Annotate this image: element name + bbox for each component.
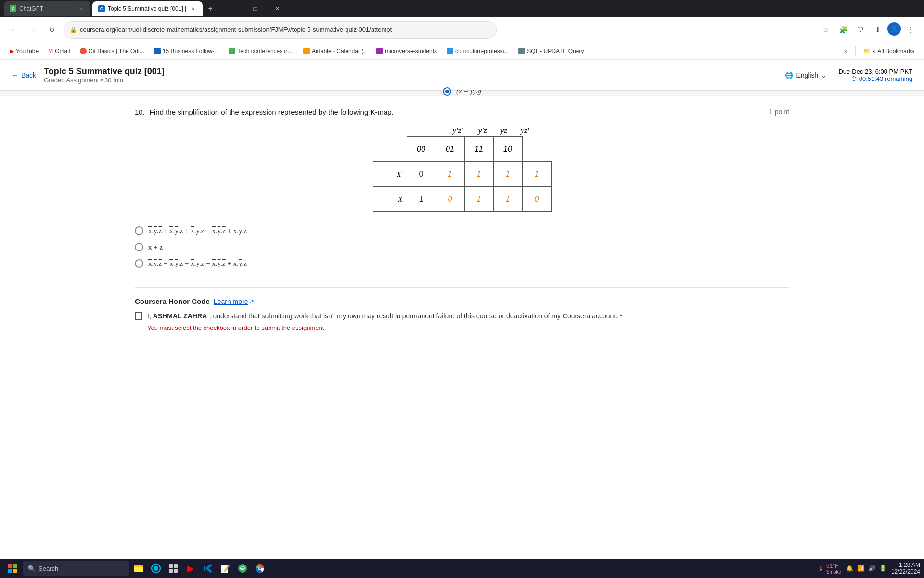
extensions-button[interactable]: 🧩: [835, 22, 851, 38]
all-bookmarks-button[interactable]: 📁 » All Bookmarks: [860, 46, 918, 56]
answer-option-1[interactable]: x.y.z + x.y.z + x.y.z + x.y.z + x.y.z: [135, 226, 789, 235]
bookmark-git[interactable]: Git Basics | The Odi...: [76, 46, 148, 56]
due-info: Due Dec 23, 6:00 PM PKT ⏱ 00:51:43 remai…: [838, 68, 912, 82]
weather-info: 🌡 51°F Smoke: [818, 563, 841, 575]
validation-message: You must select the checkbox in order to…: [147, 324, 789, 331]
quiz-title-area: Topic 5 Summative quiz [001] Graded Assi…: [44, 66, 165, 84]
taskbar-wifi[interactable]: 📶: [856, 565, 865, 572]
kmap-col-label-3: yz': [521, 126, 529, 135]
refresh-button[interactable]: ↻: [44, 22, 60, 38]
tab-chatgpt-close[interactable]: ✕: [77, 5, 85, 13]
svg-rect-1: [13, 564, 17, 568]
option1-y4: y: [218, 227, 221, 235]
forward-button[interactable]: →: [25, 22, 40, 38]
svg-point-8: [154, 566, 158, 571]
taskbar-youtube-icon[interactable]: ▶: [183, 561, 198, 576]
question-points: 1 point: [769, 108, 789, 116]
honor-code-required: *: [620, 312, 622, 320]
svg-rect-12: [174, 569, 178, 573]
download-button[interactable]: ⬇: [870, 22, 886, 38]
kmap-col-label-1: y'z: [478, 126, 487, 135]
start-button[interactable]: [4, 561, 21, 576]
new-tab-button[interactable]: +: [205, 3, 216, 14]
bottom-spacer: [135, 331, 789, 360]
minimize-button[interactable]: ─: [222, 0, 244, 17]
taskbar-vscode[interactable]: [200, 561, 216, 576]
taskbar-search-bar[interactable]: 🔍 Search: [23, 561, 129, 576]
weather-icon: 🌡: [818, 565, 824, 572]
kmap-col-11: 11: [464, 137, 493, 162]
maximize-button[interactable]: □: [244, 0, 266, 17]
bookmark-youtube[interactable]: ▶ YouTube: [6, 46, 42, 56]
option-2-formula: x + z: [148, 243, 163, 251]
star-button[interactable]: ☆: [818, 22, 834, 38]
option3-x4: x: [212, 260, 216, 267]
taskbar-file-explorer[interactable]: [131, 561, 146, 576]
option1-z4: z: [222, 227, 226, 235]
bookmark-microverse[interactable]: microverse-students: [372, 46, 441, 56]
tab-chatgpt-title: ChatGPT: [19, 5, 74, 12]
taskbar-notifications[interactable]: 🔔: [845, 565, 854, 572]
bookmark-gmail[interactable]: M Gmail: [44, 46, 74, 56]
learn-more-link[interactable]: Learn more ↗: [214, 298, 255, 305]
bookmark-tech[interactable]: Tech conferences in...: [225, 46, 297, 56]
option1-y1: y: [154, 227, 157, 235]
tab-coursera-close[interactable]: ✕: [189, 5, 197, 13]
svg-rect-0: [8, 564, 12, 568]
weather-temp: 51°F: [826, 563, 841, 569]
main-content: 10. Find the simplification of the expre…: [0, 96, 924, 555]
bookmark-sql[interactable]: SQL - UPDATE Query: [514, 46, 588, 56]
radio-top[interactable]: [443, 87, 451, 96]
svg-marker-13: [205, 564, 212, 573]
taskbar-right: 🌡 51°F Smoke 🔔 📶 🔊 🔋 1:28 AM 12/22/2024: [818, 562, 920, 575]
kmap-cell-xp-10: 1: [493, 162, 522, 187]
option1-x2: x: [169, 227, 173, 235]
shield-icon[interactable]: 🛡: [853, 22, 868, 38]
back-button[interactable]: ←: [6, 22, 21, 38]
taskbar-notes[interactable]: 📝: [218, 561, 233, 576]
kmap-col-label-2: yz: [500, 126, 507, 135]
taskbar-chrome[interactable]: [252, 561, 268, 576]
radio-1[interactable]: [135, 226, 143, 235]
language-selector[interactable]: 🌐 English ⌄: [785, 71, 827, 79]
taskbar-date: 12/22/2024: [891, 568, 920, 575]
svg-rect-9: [169, 564, 173, 568]
taskbar-volume[interactable]: 🔊: [867, 565, 876, 572]
honor-code-username: ASHMAL ZAHRA: [153, 312, 207, 320]
answer-option-2[interactable]: x + z: [135, 243, 789, 251]
kmap-cell-x-extra: 0: [522, 187, 551, 212]
radio-2[interactable]: [135, 243, 143, 251]
close-button[interactable]: ✕: [266, 0, 288, 17]
honor-code-checkbox-row: I, ASHMAL ZAHRA , understand that submit…: [135, 311, 789, 321]
external-link-icon: ↗: [249, 298, 254, 305]
back-link[interactable]: ← Back: [12, 71, 36, 79]
honor-code-checkbox[interactable]: [135, 312, 142, 320]
radio-3[interactable]: [135, 259, 143, 268]
file-explorer-icon: [134, 564, 143, 573]
svg-point-18: [259, 567, 261, 570]
svg-marker-14: [204, 565, 205, 571]
kmap-cell-xp-00: 0: [407, 162, 436, 187]
kmap-row-x-label: X: [373, 187, 407, 212]
bookmarks-more-button[interactable]: »: [840, 46, 851, 56]
bookmark-curriculum[interactable]: curriculum-professi...: [443, 46, 513, 56]
kmap-col-10: 10: [493, 137, 522, 162]
bookmark-airtable[interactable]: Airtable - Calendar (..: [299, 46, 371, 56]
menu-button[interactable]: ⋮: [903, 22, 918, 38]
answer-option-3[interactable]: x.y.z + x.y.z + x.y.z + x.y.z + x.y.z: [135, 259, 789, 268]
address-bar[interactable]: 🔒 coursera.org/learn/uol-discrete-mathem…: [64, 21, 497, 39]
tab-chatgpt[interactable]: C ChatGPT ✕: [4, 1, 90, 16]
svg-rect-10: [174, 564, 178, 568]
option1-z1: z: [159, 227, 162, 235]
tab-coursera[interactable]: C Topic 5 Summative quiz [001] | ✕: [92, 1, 203, 16]
taskbar-taskview[interactable]: [166, 561, 181, 576]
question-text: Find the simplification of the expressio…: [148, 108, 769, 116]
profile-button[interactable]: 👤: [887, 22, 901, 36]
youtube-icon: ▶: [10, 48, 14, 54]
taskbar-spotify[interactable]: [235, 561, 250, 576]
honor-code-text-block: I, ASHMAL ZAHRA , understand that submit…: [147, 311, 622, 321]
weather-desc: Smoke: [826, 569, 841, 575]
taskbar-cortana[interactable]: [148, 561, 164, 576]
bookmark-business[interactable]: 15 Business Follow-...: [150, 46, 223, 56]
taskbar-battery[interactable]: 🔋: [878, 565, 887, 572]
